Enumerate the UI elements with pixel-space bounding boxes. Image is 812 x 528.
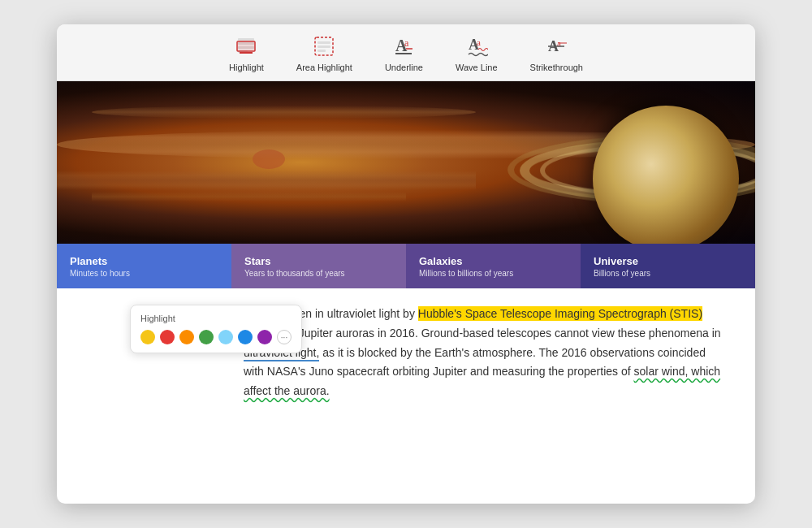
- swatch-yellow[interactable]: [140, 330, 155, 344]
- svg-rect-7: [317, 41, 330, 44]
- toolbar: Highlight Area Highlight A a: [57, 24, 755, 81]
- highlighted-text: Hubble's Space Telescope Imaging Spectro…: [418, 306, 702, 321]
- category-stars-title: Stars: [244, 255, 393, 267]
- category-planets-title: Planets: [70, 255, 218, 267]
- category-galaxies-subtitle: Millions to billions of years: [419, 269, 568, 278]
- toolbar-item-area-highlight[interactable]: Area Highlight: [296, 33, 352, 72]
- svg-text:a: a: [477, 37, 481, 47]
- swatch-blue[interactable]: [238, 330, 253, 344]
- category-planets-subtitle: Minutes to hours: [70, 269, 218, 278]
- category-galaxies-title: Galaxies: [419, 255, 568, 267]
- category-stars[interactable]: Stars Years to thousands of years: [231, 244, 406, 288]
- saturn-overlay: [463, 89, 755, 244]
- swatch-red[interactable]: [160, 330, 175, 344]
- content-area: Planets Minutes to hours Stars Years to …: [57, 81, 755, 504]
- underline-label: Underline: [385, 63, 423, 72]
- swatch-more-button[interactable]: ···: [277, 330, 292, 344]
- toolbar-item-highlight[interactable]: Highlight: [229, 33, 264, 72]
- article-text: Images taken in ultraviolet light by Hub…: [244, 305, 723, 401]
- main-window: Highlight Area Highlight A a: [57, 24, 755, 504]
- strikethrough-icon: A a: [543, 33, 569, 59]
- saturn-body: [593, 106, 739, 244]
- categories-bar: Planets Minutes to hours Stars Years to …: [57, 244, 755, 288]
- toolbar-item-wave-line[interactable]: A a Wave Line: [456, 33, 498, 72]
- category-universe-title: Universe: [594, 255, 742, 267]
- svg-text:a: a: [404, 37, 409, 49]
- color-swatches: ···: [140, 330, 292, 344]
- svg-rect-9: [317, 50, 326, 52]
- highlight-popup: Highlight ···: [130, 305, 302, 353]
- svg-rect-8: [317, 45, 330, 48]
- category-planets[interactable]: Planets Minutes to hours: [57, 244, 231, 288]
- category-universe-subtitle: Billions of years: [594, 269, 742, 278]
- category-stars-subtitle: Years to thousands of years: [244, 269, 393, 278]
- wave-line-icon: A a: [464, 33, 490, 59]
- category-galaxies[interactable]: Galaxies Millions to billions of years: [406, 244, 581, 288]
- svg-rect-4: [237, 41, 255, 51]
- text-area: Highlight ··· Images taken in ultraviole…: [57, 288, 755, 504]
- strikethrough-label: Strikethrough: [530, 63, 583, 72]
- highlight-icon: [233, 33, 259, 59]
- swatch-orange[interactable]: [179, 330, 194, 344]
- toolbar-item-underline[interactable]: A a Underline: [385, 33, 423, 72]
- text-after-highlight: show both Jupiter auroras in 2016. Groun…: [244, 327, 721, 340]
- toolbar-item-strikethrough[interactable]: A a Strikethrough: [530, 33, 583, 72]
- underline-icon: A a: [391, 33, 417, 59]
- svg-rect-0: [238, 38, 254, 41]
- swatch-light-blue[interactable]: [218, 330, 233, 344]
- category-universe[interactable]: Universe Billions of years: [581, 244, 755, 288]
- highlight-label: Highlight: [229, 63, 264, 72]
- area-highlight-icon: [311, 33, 337, 59]
- swatch-purple[interactable]: [257, 330, 272, 344]
- area-highlight-label: Area Highlight: [296, 63, 352, 72]
- planet-image: [57, 81, 755, 244]
- highlight-popup-label: Highlight: [140, 314, 292, 323]
- wave-line-label: Wave Line: [456, 63, 498, 72]
- swatch-green[interactable]: [199, 330, 214, 344]
